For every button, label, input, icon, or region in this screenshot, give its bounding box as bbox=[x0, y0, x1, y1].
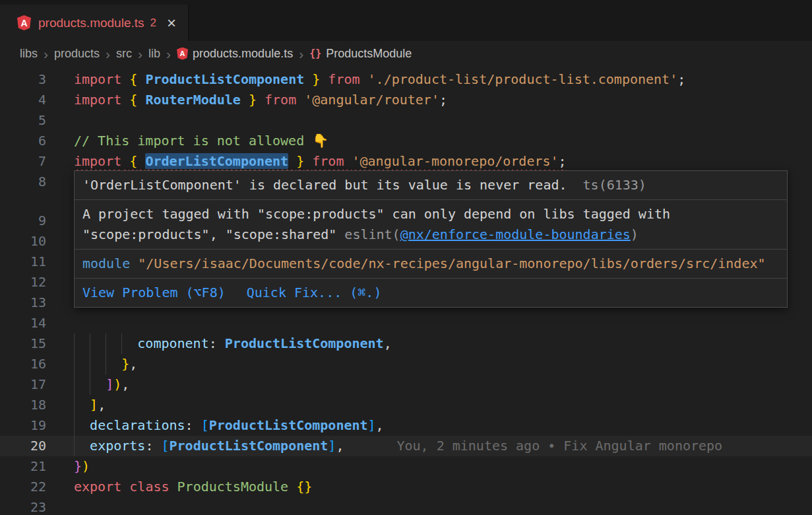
code-token: ] bbox=[368, 417, 376, 433]
line-number[interactable]: 16 bbox=[0, 354, 46, 374]
code-line[interactable]: 20 exports: [ProductListComponent],You, … bbox=[0, 436, 812, 456]
indent-guide bbox=[74, 354, 121, 374]
code-token: ; bbox=[677, 71, 685, 87]
line-number[interactable]: 3 bbox=[0, 69, 46, 90]
line-number[interactable]: 23 bbox=[0, 497, 46, 515]
code-line[interactable]: 21}) bbox=[0, 456, 812, 477]
code-token bbox=[257, 92, 265, 108]
code-text: import { OrderListComponent } from '@ang… bbox=[74, 153, 567, 169]
code-token: ProductListComponent bbox=[225, 335, 384, 351]
code-line[interactable]: 14 bbox=[0, 313, 812, 333]
chevron-right-icon: › bbox=[44, 47, 48, 61]
code-token bbox=[288, 479, 296, 495]
code-token: } bbox=[312, 71, 320, 87]
code-line[interactable]: 5 bbox=[0, 110, 812, 131]
code-token: from bbox=[312, 153, 344, 169]
indent-guide bbox=[74, 436, 90, 456]
code-token: , bbox=[121, 376, 129, 392]
code-token: from bbox=[265, 92, 296, 108]
code-token: , bbox=[129, 356, 137, 372]
angular-icon-letter: A bbox=[180, 50, 185, 57]
breadcrumb-item[interactable]: lib bbox=[148, 47, 160, 61]
breadcrumb-label: products.module.ts bbox=[193, 47, 293, 61]
code-line[interactable]: 4import { RouterModule } from '@angular/… bbox=[0, 90, 812, 110]
breadcrumb-label: libs bbox=[20, 47, 38, 61]
editor-tab[interactable]: A products.module.ts 2 × bbox=[0, 5, 189, 41]
line-number[interactable]: 15 bbox=[0, 333, 46, 354]
line-number[interactable]: 10 bbox=[0, 231, 46, 252]
code-token: [ bbox=[201, 417, 209, 433]
line-number[interactable]: 8 bbox=[0, 172, 46, 192]
code-content: import { OrderListComponent } from '@ang… bbox=[74, 151, 812, 172]
code-line[interactable]: 22export class ProductsModule {} bbox=[0, 477, 812, 497]
close-icon[interactable]: × bbox=[167, 15, 176, 31]
line-number[interactable]: 4 bbox=[0, 90, 46, 110]
chevron-right-icon: › bbox=[106, 47, 110, 61]
code-token: ; bbox=[439, 92, 447, 108]
code-token: } bbox=[74, 458, 82, 474]
code-token: : bbox=[209, 335, 225, 351]
code-token: class bbox=[129, 479, 169, 495]
code-line[interactable]: 19 declarations: [ProductListComponent], bbox=[0, 415, 812, 436]
code-token: { bbox=[129, 71, 137, 87]
line-number[interactable]: 14 bbox=[0, 313, 46, 333]
view-problem-link[interactable]: View Problem (⌥F8) bbox=[82, 283, 226, 303]
code-line[interactable]: 3import { ProductListComponent } from '.… bbox=[0, 69, 812, 90]
angular-icon-letter: A bbox=[20, 18, 27, 28]
line-number[interactable]: 5 bbox=[0, 110, 46, 131]
code-line[interactable]: 7import { OrderListComponent } from '@an… bbox=[0, 151, 812, 172]
code-content: exports: [ProductListComponent],You, 2 m… bbox=[74, 436, 812, 456]
code-line[interactable]: 15 component: ProductListComponent, bbox=[0, 333, 812, 354]
indent-guide bbox=[74, 395, 90, 415]
line-number[interactable]: 18 bbox=[0, 395, 46, 415]
code-token: , bbox=[336, 438, 344, 454]
breadcrumb-item[interactable]: src bbox=[116, 47, 132, 61]
code-line[interactable]: 18 ], bbox=[0, 395, 812, 415]
line-number[interactable]: 20 bbox=[0, 436, 46, 456]
code-token: ; bbox=[559, 153, 567, 169]
line-number[interactable]: 7 bbox=[0, 151, 46, 172]
code-token bbox=[241, 92, 249, 108]
quick-fix-link[interactable]: Quick Fix... (⌘.) bbox=[247, 283, 382, 303]
line-number[interactable]: 21 bbox=[0, 456, 46, 477]
line-number[interactable]: 11 bbox=[0, 252, 46, 272]
code-text: export class ProductsModule {} bbox=[74, 479, 312, 495]
code-text: }, bbox=[121, 356, 137, 372]
eslint-rule-link[interactable]: @nx/enforce-module-boundaries bbox=[400, 226, 631, 242]
line-number[interactable]: 9 bbox=[0, 211, 46, 231]
tab-error-badge: 2 bbox=[150, 17, 156, 30]
code-text: declarations: [ProductListComponent], bbox=[90, 417, 384, 433]
code-content bbox=[74, 110, 812, 131]
code-line[interactable]: 16 }, bbox=[0, 354, 812, 374]
code-content: import { ProductListComponent } from './… bbox=[74, 69, 812, 90]
line-number[interactable]: 13 bbox=[0, 292, 46, 313]
code-line[interactable]: 6// This import is not allowed 👇 bbox=[0, 131, 812, 151]
code-line[interactable]: 23 bbox=[0, 497, 812, 515]
code-token bbox=[296, 92, 304, 108]
code-content: declarations: [ProductListComponent], bbox=[74, 415, 812, 436]
code-token: declarations bbox=[90, 417, 185, 433]
breadcrumb-item[interactable]: libs bbox=[20, 47, 38, 61]
code-text: import { ProductListComponent } from './… bbox=[74, 71, 685, 87]
hover-actions: View Problem (⌥F8) Quick Fix... (⌘.) bbox=[75, 279, 787, 307]
chevron-right-icon: › bbox=[299, 47, 303, 61]
code-line[interactable]: 17 ]), bbox=[0, 374, 812, 395]
code-editor: 3import { ProductListComponent } from '.… bbox=[0, 66, 812, 515]
code-token: ) bbox=[113, 376, 121, 392]
line-number[interactable]: 17 bbox=[0, 374, 46, 395]
code-content: component: ProductListComponent, bbox=[74, 333, 812, 354]
code-token: exports bbox=[90, 438, 145, 454]
code-content: }, bbox=[74, 354, 812, 374]
breadcrumb-item[interactable]: products bbox=[54, 47, 100, 61]
code-token bbox=[121, 71, 129, 87]
code-token: ProductListComponent bbox=[209, 417, 368, 433]
code-text: }) bbox=[74, 458, 90, 474]
code-content: // This import is not allowed 👇 bbox=[74, 131, 812, 151]
line-number[interactable]: 19 bbox=[0, 415, 46, 436]
breadcrumb-item[interactable]: {}ProductsModule bbox=[309, 47, 412, 61]
line-number[interactable]: 12 bbox=[0, 272, 46, 292]
line-number[interactable]: 22 bbox=[0, 477, 46, 497]
code-token bbox=[304, 71, 312, 87]
breadcrumb-item[interactable]: Aproducts.module.ts bbox=[177, 47, 293, 61]
line-number[interactable]: 6 bbox=[0, 131, 46, 151]
